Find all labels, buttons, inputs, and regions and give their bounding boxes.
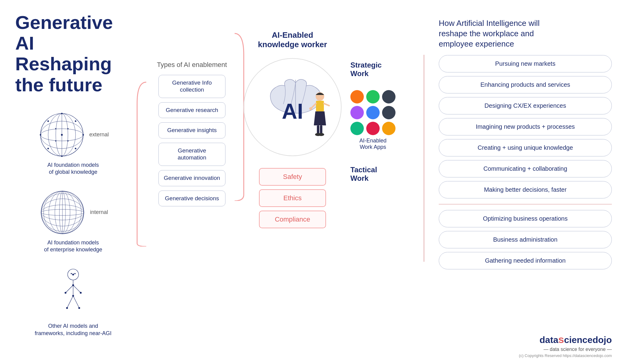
work-item-7: Optimizing business operations — [439, 210, 612, 227]
vertical-divider — [424, 55, 424, 262]
svg-line-31 — [66, 285, 73, 293]
brain-circle-icon: AI — [241, 55, 344, 159]
globe-enterprise-icon — [38, 188, 87, 237]
svg-point-36 — [72, 284, 74, 286]
dot-2 — [382, 90, 395, 103]
dot-6 — [350, 122, 364, 135]
right-section: How Artificial Intelligence will reshape… — [430, 12, 612, 358]
dot-0 — [350, 90, 364, 103]
svg-point-9 — [82, 134, 84, 135]
logo-copyright: (c) Copyrights Reserved https://datascie… — [519, 353, 612, 358]
svg-rect-48 — [316, 101, 324, 111]
svg-point-14 — [61, 134, 63, 136]
svg-line-50 — [324, 103, 329, 106]
work-item-5: Communicating + collaborating — [439, 160, 612, 177]
work-item-1: Enhancing products and services — [439, 76, 612, 93]
main-title: Generative AI Reshaping the future — [15, 12, 131, 95]
work-item-3: Imagining new products + processes — [439, 118, 612, 135]
work-item-6: Making better decisions, faster — [439, 181, 612, 198]
logo-dojo: dojo — [593, 335, 612, 345]
svg-line-33 — [67, 296, 73, 308]
type-box-0: Generative Info collection — [158, 75, 225, 98]
center-title: AI-Enabled knowledge worker — [258, 30, 327, 49]
svg-point-39 — [72, 295, 74, 297]
compliance-boxes: Safety Ethics Compliance — [259, 168, 326, 228]
svg-point-51 — [309, 107, 312, 110]
svg-rect-52 — [317, 125, 319, 134]
strategic-work-label: Strategic Work — [350, 61, 382, 78]
ethics-box: Ethics — [259, 189, 326, 207]
ai-models-container: external AI foundation models of global … — [15, 110, 131, 337]
svg-point-43 — [74, 273, 76, 274]
logo-wrapper: datasciencedojo — [540, 334, 612, 345]
dot-5 — [382, 106, 395, 119]
right-header: How Artificial Intelligence will reshape… — [439, 18, 567, 49]
safety-box: Safety — [259, 168, 326, 186]
type-box-4: Generative innovation — [158, 170, 225, 186]
global-model-item: external AI foundation models of global … — [15, 110, 131, 176]
svg-point-6 — [61, 113, 62, 114]
svg-point-15 — [55, 128, 56, 129]
globe-global-icon — [37, 110, 86, 159]
work-section: Strategic Work AI-Enabled Work Apps Tact… — [350, 12, 430, 358]
logo-tagline: — data science for everyone — — [544, 347, 612, 352]
left-section: Generative AI Reshaping the future — [15, 12, 131, 358]
type-box-2: Generative insights — [158, 122, 225, 138]
global-model-description: AI foundation models of global knowledge — [47, 162, 99, 176]
work-items-list: Pursuing new markets Enhancing products … — [439, 55, 612, 358]
logo-dot: s — [558, 334, 564, 345]
internal-label: internal — [90, 209, 108, 215]
svg-rect-53 — [320, 125, 322, 134]
left-brace-icon — [131, 79, 149, 247]
section-divider — [439, 204, 612, 205]
svg-point-12 — [47, 148, 49, 149]
type-box-3: Generative automation — [158, 143, 225, 166]
types-section: Types of AI enablement Generative Info c… — [149, 12, 235, 358]
enterprise-model-description: AI foundation models of enterprise knowl… — [44, 239, 102, 254]
svg-point-38 — [80, 292, 82, 294]
main-container: Generative AI Reshaping the future — [0, 0, 624, 364]
svg-point-55 — [318, 133, 324, 136]
svg-point-42 — [71, 273, 72, 274]
robot-icon — [49, 265, 98, 320]
svg-point-8 — [40, 134, 41, 135]
svg-point-17 — [55, 140, 56, 142]
svg-point-41 — [78, 307, 80, 309]
svg-point-7 — [61, 155, 62, 157]
svg-point-11 — [75, 120, 76, 122]
type-box-1: Generative research — [158, 102, 225, 118]
work-item-2: Designing CX/EX experiences — [439, 97, 612, 114]
tactical-work-label: Tactical Work — [350, 166, 377, 183]
work-item-8: Business administration — [439, 231, 612, 248]
dot-3 — [350, 106, 364, 119]
svg-text:AI: AI — [282, 100, 303, 124]
work-item-4: Creating + using unique knowledge — [439, 139, 612, 156]
apps-label: AI-Enabled Work Apps — [359, 138, 386, 150]
left-brace-container — [131, 79, 149, 358]
logo-brand: datasciencedojo — [540, 334, 612, 345]
compliance-box: Compliance — [259, 211, 326, 228]
logo-science: cience — [564, 335, 592, 345]
svg-point-13 — [75, 148, 76, 149]
dot-8 — [382, 122, 395, 135]
svg-line-34 — [73, 296, 79, 308]
enterprise-model-item: internal AI foundation models of enterpr… — [15, 188, 131, 254]
types-title: Types of AI enablement — [157, 61, 227, 69]
svg-point-18 — [67, 140, 69, 142]
apps-container: AI-Enabled Work Apps — [350, 90, 395, 150]
dot-1 — [366, 90, 380, 103]
svg-point-16 — [67, 128, 69, 129]
brain-circle-container: AI — [241, 55, 344, 159]
svg-point-10 — [47, 120, 49, 122]
svg-line-32 — [73, 285, 81, 293]
logo-data: data — [540, 335, 558, 345]
svg-point-35 — [72, 274, 74, 275]
footer: datasciencedojo — data science for every… — [519, 334, 612, 358]
svg-point-40 — [66, 307, 68, 309]
external-label: external — [89, 131, 109, 138]
svg-point-37 — [65, 292, 66, 294]
other-model-item: Other AI models and frameworks, includin… — [15, 265, 131, 337]
center-section: AI-Enabled knowledge worker AI — [235, 12, 350, 358]
apps-dots — [350, 90, 395, 135]
dot-7 — [366, 122, 380, 135]
